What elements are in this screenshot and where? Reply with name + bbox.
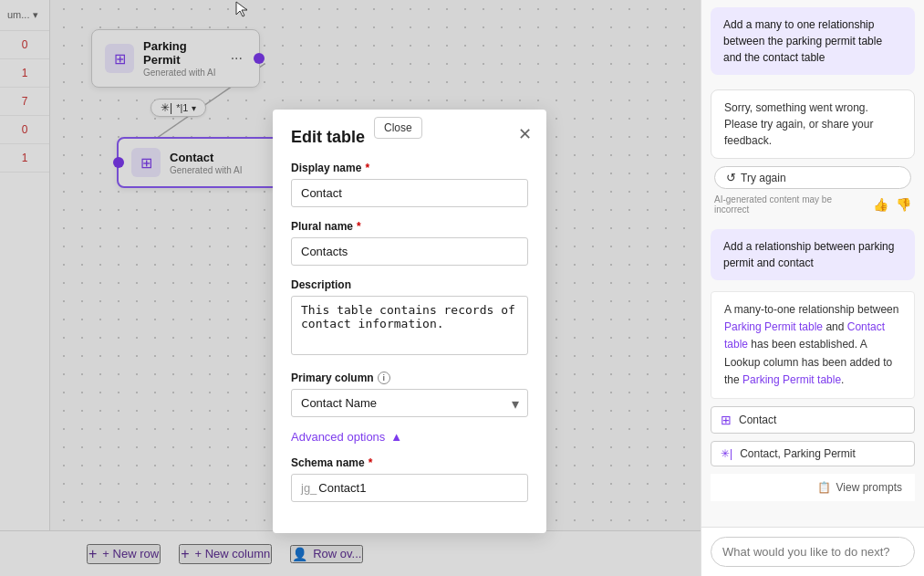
description-group: Description This table contains records … (291, 278, 528, 359)
display-name-group: Display name * (291, 162, 528, 207)
prompts-icon: 📋 (817, 481, 831, 494)
ai-relationship-info: A many-to-one relationship between Parki… (711, 291, 915, 399)
ai-input-area (701, 527, 924, 576)
display-name-label: Display name * (291, 162, 528, 174)
advanced-options-button[interactable]: Advanced options ▲ (291, 430, 402, 444)
ai-chat-input[interactable] (711, 537, 915, 567)
contact-parking-badge-icon: ✳| (721, 447, 732, 460)
try-again-button[interactable]: ↺ Try again (714, 166, 911, 189)
primary-column-group: Primary column i Contact Name ▾ (291, 372, 528, 417)
thumbs-up-button[interactable]: 👍 (873, 197, 888, 212)
thumbs-down-button[interactable]: 👎 (896, 197, 911, 212)
refresh-icon: ↺ (726, 171, 736, 184)
schema-prefix: jg_ (301, 481, 317, 495)
contact-parking-badge[interactable]: ✳| Contact, Parking Permit (711, 441, 915, 466)
ai-system-error-message: Sorry, something went wrong. Please try … (711, 89, 915, 159)
view-prompts-button[interactable]: 📋 View prompts (711, 474, 915, 501)
schema-name-label: Schema name * (291, 456, 528, 469)
primary-column-select[interactable]: Contact Name (291, 389, 528, 417)
primary-column-info-icon[interactable]: i (378, 372, 390, 384)
ai-messages-area: Add a many to one relationship between t… (701, 0, 924, 527)
display-name-input[interactable] (291, 179, 528, 207)
edit-table-modal: Edit table ✕ Display name * Plural name … (273, 110, 546, 533)
view-prompts-area: 📋 View prompts (701, 470, 924, 505)
contact-badge-icon: ⊞ (721, 413, 732, 427)
plural-name-group: Plural name * (291, 220, 528, 266)
ai-user-message-2: Add a relationship between parking permi… (711, 229, 915, 280)
contact-badge-label: Contact (739, 414, 776, 426)
description-label: Description (291, 278, 528, 291)
advanced-options-chevron-icon: ▲ (390, 430, 402, 444)
canvas-area: Close ⊞ Parking Permit Generated with AI… (0, 0, 701, 576)
close-panel-button[interactable]: Close (374, 117, 422, 139)
contact-parking-badge-label: Contact, Parking Permit (740, 447, 856, 460)
modal-overlay: Edit table ✕ Display name * Plural name … (0, 0, 701, 576)
schema-name-input[interactable] (318, 481, 518, 495)
ai-disclaimer: AI-generated content may be incorrect 👍 … (701, 194, 924, 222)
primary-column-select-wrapper: Contact Name ▾ (291, 389, 528, 417)
primary-column-label: Primary column i (291, 372, 528, 384)
schema-name-group: Schema name * jg_ (291, 456, 528, 502)
ai-panel: Add a many to one relationship between t… (701, 0, 924, 576)
description-textarea[interactable]: This table contains records of contact i… (291, 296, 528, 355)
schema-input-wrapper: jg_ (291, 474, 528, 502)
contact-badge[interactable]: ⊞ Contact (711, 406, 915, 434)
close-label: Close (384, 121, 412, 134)
plural-name-input[interactable] (291, 237, 528, 266)
plural-name-label: Plural name * (291, 220, 528, 233)
ai-user-message-1: Add a many to one relationship between t… (711, 7, 915, 75)
modal-close-button[interactable]: ✕ (518, 124, 532, 144)
